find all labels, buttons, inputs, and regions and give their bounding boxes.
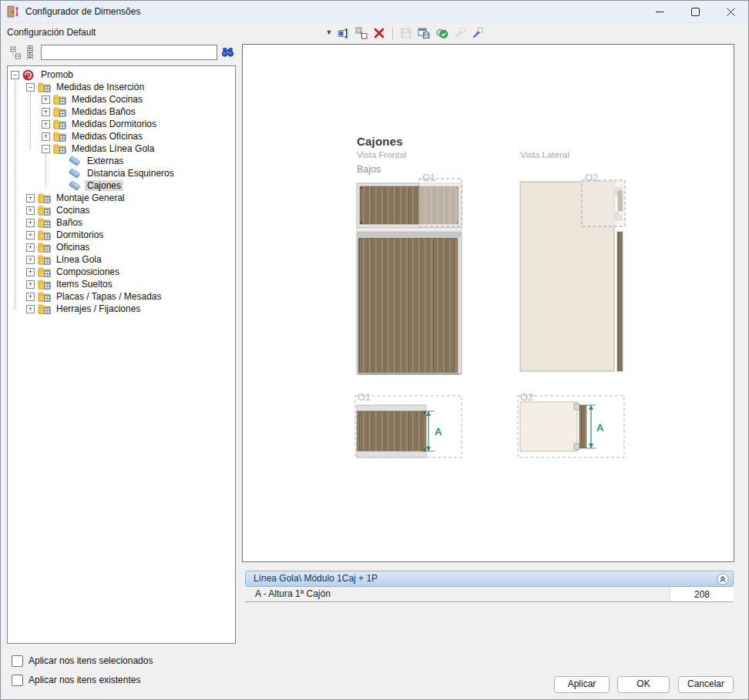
tree-item-label: Medidas de Inserción bbox=[54, 82, 146, 92]
tree-item-icon bbox=[38, 303, 52, 314]
tree-item-label: Medidas Dormitorios bbox=[69, 119, 159, 129]
tree-item[interactable]: + Cocinas bbox=[8, 204, 235, 216]
search-input[interactable] bbox=[41, 45, 217, 60]
tree-expander-icon[interactable]: + bbox=[26, 305, 35, 313]
tree-expander-icon[interactable]: − bbox=[42, 145, 50, 153]
tree-expander-icon[interactable]: + bbox=[26, 268, 35, 276]
tree-item[interactable]: + Medidas Dormitorios bbox=[8, 118, 235, 130]
tree-item[interactable]: + Medidas Cocinas bbox=[8, 93, 235, 106]
find-button[interactable] bbox=[221, 45, 234, 59]
folder-icon bbox=[53, 131, 67, 142]
tree-expander-icon[interactable]: + bbox=[42, 120, 50, 129]
save-icon bbox=[400, 27, 412, 39]
tree-item-icon bbox=[38, 266, 52, 277]
configuration-combobox[interactable]: Configuración Default bbox=[7, 22, 96, 43]
tree-item[interactable]: + Montaje General bbox=[8, 192, 235, 204]
tree-item[interactable]: + Medidas Baños bbox=[8, 106, 235, 118]
tree-expander-icon[interactable]: + bbox=[26, 243, 35, 252]
tree-item[interactable]: Cajones bbox=[8, 179, 235, 192]
save-button[interactable] bbox=[399, 26, 413, 40]
cancel-button[interactable]: Cancelar bbox=[678, 676, 734, 693]
tree-item[interactable]: + Placas / Tapas / Mesadas bbox=[8, 290, 235, 303]
rename-configuration-button[interactable] bbox=[337, 26, 351, 40]
apply-existing-checkbox[interactable]: Aplicar nos itens existentes bbox=[12, 675, 140, 685]
tree-expander-icon[interactable]: − bbox=[11, 71, 19, 79]
tree-item-label: Items Sueltos bbox=[54, 279, 115, 290]
delete-configuration-button[interactable] bbox=[372, 26, 386, 40]
promob-globe-icon bbox=[22, 69, 34, 81]
combobox-dropdown-icon[interactable]: ▼ bbox=[324, 28, 334, 37]
tree-item-label: Oficinas bbox=[54, 242, 92, 253]
folder-icon bbox=[53, 119, 67, 129]
tree-item-icon bbox=[69, 180, 82, 191]
checkbox-box[interactable] bbox=[12, 655, 23, 667]
folder-icon bbox=[38, 242, 52, 253]
tree-item-label: Composiciones bbox=[54, 266, 122, 277]
copy-configuration-button[interactable] bbox=[354, 26, 368, 40]
tree-item-icon bbox=[38, 229, 52, 240]
configuration-tree: − Promob − Medidas de Inserción + Medida… bbox=[7, 65, 236, 644]
tree-expander-icon[interactable]: − bbox=[26, 83, 35, 92]
save-configuration-button[interactable] bbox=[417, 26, 431, 40]
tree-item-label: Externas bbox=[85, 156, 126, 166]
tree-item[interactable]: + Herrajes / Fijaciones bbox=[8, 303, 235, 315]
tree-item[interactable]: + Composiciones bbox=[8, 266, 235, 278]
apply-configuration-button[interactable] bbox=[435, 26, 448, 40]
collapse-all-button[interactable] bbox=[10, 45, 23, 59]
tree-item-icon bbox=[53, 131, 67, 142]
import-button[interactable] bbox=[470, 26, 484, 40]
expand-all-icon bbox=[25, 45, 35, 59]
tree-expander-icon[interactable]: + bbox=[26, 219, 35, 227]
tree-item-label: Placas / Tapas / Mesadas bbox=[54, 291, 164, 302]
folder-icon bbox=[38, 279, 52, 290]
tree-item[interactable]: + Medidas Oficinas bbox=[8, 130, 235, 142]
tree-item[interactable]: Distancia Esquineros bbox=[8, 167, 235, 179]
tree-item-icon bbox=[69, 156, 82, 166]
tree-expander-icon[interactable]: + bbox=[26, 293, 35, 301]
checkbox-box[interactable] bbox=[12, 675, 23, 686]
tree-item-label: Medidas Cocinas bbox=[69, 94, 145, 105]
tree-item-label: Dormitorios bbox=[54, 229, 106, 240]
folder-icon bbox=[38, 266, 52, 277]
minimize-button[interactable] bbox=[642, 1, 677, 22]
tree-item[interactable]: + Oficinas bbox=[8, 241, 235, 253]
callout-label-o1: O1 bbox=[422, 172, 435, 183]
tree-item[interactable]: − Medidas de Inserción bbox=[8, 81, 235, 93]
export-button[interactable] bbox=[452, 26, 466, 40]
tree-item[interactable]: − Promob bbox=[8, 69, 235, 81]
apply-selected-checkbox[interactable]: Aplicar nos itens selecionados bbox=[12, 655, 153, 666]
collapse-group-icon[interactable] bbox=[717, 573, 729, 585]
maximize-button[interactable] bbox=[677, 1, 713, 22]
tree-item[interactable]: − Medidas Línea Gola bbox=[8, 142, 235, 155]
folder-icon bbox=[38, 303, 52, 314]
tree-expander-icon[interactable]: + bbox=[42, 108, 50, 116]
callout-box-o1 bbox=[419, 179, 462, 226]
tree-item[interactable]: + Items Sueltos bbox=[8, 278, 235, 290]
tree-item[interactable]: + Línea Gola bbox=[8, 253, 235, 266]
window-title: Configurador de Dimensões bbox=[25, 1, 140, 22]
tree-expander-icon[interactable]: + bbox=[26, 256, 35, 264]
close-button[interactable] bbox=[713, 1, 748, 22]
detail-label-o2: O2 bbox=[520, 391, 533, 403]
tree-expander-icon[interactable]: + bbox=[42, 95, 50, 104]
property-group-header[interactable]: Línea Gola\ Módulo 1Caj + 1P bbox=[245, 571, 734, 587]
folder-icon bbox=[53, 143, 67, 154]
title-bar: Configurador de Dimensões bbox=[1, 1, 748, 23]
callout-box-o2 bbox=[582, 180, 625, 226]
tree-expander-icon[interactable]: + bbox=[26, 280, 35, 289]
tree-expander-icon[interactable]: + bbox=[26, 231, 35, 239]
tree-item[interactable]: + Dormitorios bbox=[8, 229, 235, 241]
tree-expander-icon[interactable]: + bbox=[26, 194, 35, 203]
tree-item-label: Medidas Línea Gola bbox=[69, 143, 156, 154]
expand-all-button[interactable] bbox=[25, 45, 38, 59]
ok-button[interactable]: OK bbox=[617, 676, 670, 693]
tree-item-icon bbox=[38, 205, 52, 216]
tree-item[interactable]: + Baños bbox=[8, 216, 235, 229]
apply-button[interactable]: Aplicar bbox=[554, 676, 610, 693]
tree-item-label: Medidas Baños bbox=[69, 106, 138, 117]
property-value-input[interactable] bbox=[670, 587, 734, 601]
tree-expander-icon[interactable]: + bbox=[42, 132, 50, 141]
tree-expander-icon[interactable]: + bbox=[26, 206, 35, 215]
tree-item[interactable]: Externas bbox=[8, 155, 235, 167]
tree-item-icon bbox=[53, 119, 67, 129]
